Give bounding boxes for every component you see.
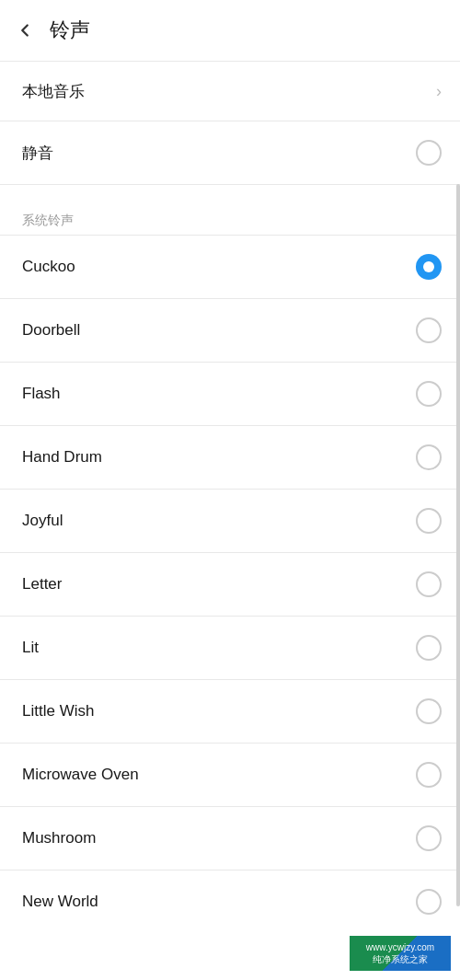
ringtone-radio-doorbell[interactable]	[416, 317, 442, 343]
silent-radio[interactable]	[416, 140, 442, 166]
silent-label: 静音	[22, 143, 53, 164]
watermark-line1: www.ycwjzy.com	[366, 941, 434, 953]
ringtone-label-mushroom: Mushroom	[22, 829, 96, 847]
ringtone-item-new-world[interactable]: New World	[0, 870, 460, 933]
ringtone-item-letter[interactable]: Letter	[0, 553, 460, 616]
local-music-label: 本地音乐	[22, 81, 85, 102]
ringtone-label-hand-drum: Hand Drum	[22, 448, 102, 467]
system-ringtones-section-label: 系统铃声	[0, 200, 460, 235]
scrollbar[interactable]	[456, 184, 460, 906]
header: 铃声	[0, 0, 460, 61]
local-music-item[interactable]: 本地音乐 ›	[0, 62, 460, 121]
ringtone-radio-microwave-oven[interactable]	[416, 762, 442, 788]
ringtone-label-letter: Letter	[22, 575, 62, 594]
ringtone-label-little-wish: Little Wish	[22, 702, 94, 721]
ringtone-label-microwave-oven: Microwave Oven	[22, 766, 139, 784]
ringtone-item-joyful[interactable]: Joyful	[0, 490, 460, 552]
silent-item[interactable]: 静音	[0, 121, 460, 184]
ringtone-item-microwave-oven[interactable]: Microwave Oven	[0, 744, 460, 806]
ringtone-item-doorbell[interactable]: Doorbell	[0, 299, 460, 362]
ringtone-label-doorbell: Doorbell	[22, 321, 80, 340]
ringtone-item-lit[interactable]: Lit	[0, 617, 460, 679]
ringtone-label-lit: Lit	[22, 639, 39, 657]
ringtone-radio-flash[interactable]	[416, 381, 442, 407]
watermark: www.ycwjzy.com 纯净系统之家	[350, 936, 451, 971]
ringtone-label-cuckoo: Cuckoo	[22, 258, 75, 276]
watermark-text: www.ycwjzy.com 纯净系统之家	[366, 941, 434, 965]
ringtone-item-hand-drum[interactable]: Hand Drum	[0, 426, 460, 489]
ringtone-item-cuckoo[interactable]: Cuckoo	[0, 236, 460, 298]
ringtone-radio-mushroom[interactable]	[416, 825, 442, 851]
ringtone-label-joyful: Joyful	[22, 512, 63, 530]
ringtone-item-flash[interactable]: Flash	[0, 363, 460, 425]
ringtone-radio-hand-drum[interactable]	[416, 444, 442, 470]
ringtone-item-little-wish[interactable]: Little Wish	[0, 680, 460, 743]
ringtone-radio-new-world[interactable]	[416, 889, 442, 915]
ringtone-item-mushroom[interactable]: Mushroom	[0, 807, 460, 870]
watermark-line2: 纯净系统之家	[366, 953, 434, 965]
ringtone-radio-lit[interactable]	[416, 635, 442, 661]
ringtone-label-flash: Flash	[22, 385, 61, 403]
ringtone-radio-little-wish[interactable]	[416, 698, 442, 724]
ringtone-radio-joyful[interactable]	[416, 508, 442, 534]
section-gap	[0, 185, 460, 200]
ringtone-radio-letter[interactable]	[416, 571, 442, 597]
page-title: 铃声	[50, 17, 90, 44]
chevron-right-icon: ›	[436, 82, 442, 101]
ringtone-label-new-world: New World	[22, 893, 98, 911]
ringtone-radio-cuckoo[interactable]	[416, 254, 442, 280]
back-button[interactable]	[15, 20, 35, 40]
